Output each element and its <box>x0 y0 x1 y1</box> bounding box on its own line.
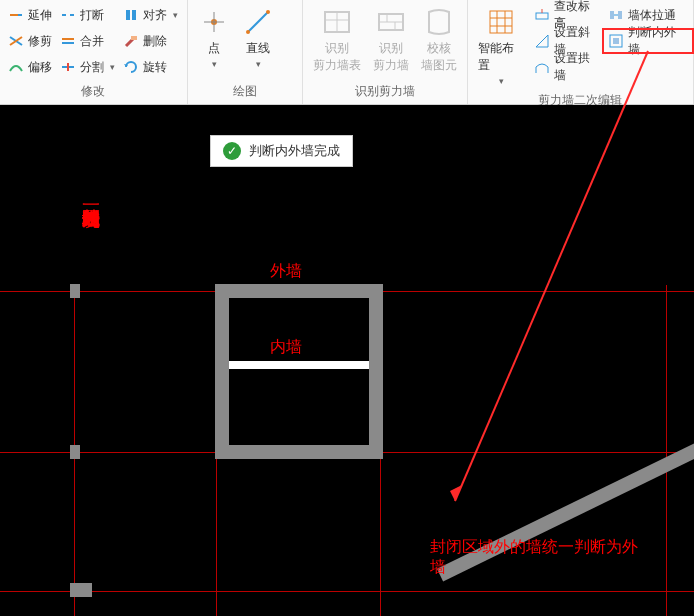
horizontal-annotation: 封闭区域外的墙统一判断为外墙 <box>430 537 650 577</box>
inner-wall-label: 内墙 <box>270 337 302 357</box>
svg-line-41 <box>455 51 648 501</box>
svg-marker-42 <box>450 485 462 501</box>
annotation-arrow <box>0 1 694 616</box>
outer-wall-label: 外墙 <box>270 261 302 281</box>
drawing-canvas[interactable]: ✓ 判断内外墙完成 封闭区域外的墙统一判断为外墙 外墙 内墙 封闭区域外的墙统一… <box>0 105 694 616</box>
